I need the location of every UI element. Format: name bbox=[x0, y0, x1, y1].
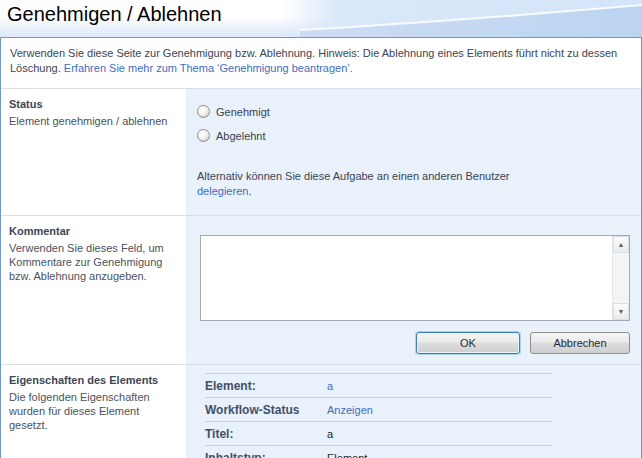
prop-value-titel: a bbox=[327, 428, 333, 440]
scroll-up-icon[interactable]: ▲ bbox=[613, 236, 629, 253]
status-header: Status bbox=[9, 97, 180, 111]
prop-label-inhaltstyp: Inhaltstyp: bbox=[205, 451, 327, 458]
delegate-link[interactable]: delegieren bbox=[197, 185, 248, 197]
properties-section-body: Element: a Workflow-Status Anzeigen Tite… bbox=[186, 365, 641, 458]
radio-button-icon[interactable] bbox=[197, 129, 210, 142]
properties-section-label: Eigenschaften des Elements Die folgenden… bbox=[1, 365, 186, 458]
radio-abgelehnt[interactable]: Abgelehnt bbox=[197, 129, 629, 142]
properties-table: Element: a Workflow-Status Anzeigen Tite… bbox=[205, 373, 552, 458]
textarea-scrollbar[interactable]: ▲ ▼ bbox=[612, 236, 629, 320]
form-container: Verwenden Sie diese Seite zur Genehmigun… bbox=[0, 37, 642, 458]
radio-button-icon[interactable] bbox=[197, 105, 210, 118]
table-row: Titel: a bbox=[205, 421, 552, 445]
status-section: Status Element genehmigen / ablehnen Gen… bbox=[1, 88, 641, 215]
status-section-label: Status Element genehmigen / ablehnen bbox=[1, 89, 186, 215]
prop-label-titel: Titel: bbox=[205, 427, 327, 441]
page-title: Genehmigen / Ablehnen bbox=[7, 3, 222, 26]
title-banner: Genehmigen / Ablehnen bbox=[0, 0, 642, 37]
banner-swoosh-graphic bbox=[282, 0, 642, 37]
delegate-hint-suffix: . bbox=[248, 185, 251, 197]
prop-value-workflow-status-link[interactable]: Anzeigen bbox=[327, 404, 373, 416]
delegate-hint: Alternativ können Sie diese Aufgabe an e… bbox=[197, 169, 527, 199]
radio-abgelehnt-label: Abgelehnt bbox=[216, 130, 266, 142]
kommentar-description: Verwenden Sie dieses Feld, um Kommentare… bbox=[9, 241, 180, 283]
properties-header: Eigenschaften des Elements bbox=[9, 373, 180, 387]
radio-genehmigt-label: Genehmigt bbox=[216, 106, 270, 118]
comment-textarea[interactable] bbox=[201, 236, 612, 320]
status-section-body: Genehmigt Abgelehnt Alternativ können Si… bbox=[186, 89, 641, 215]
button-row: OK Abbrechen bbox=[200, 332, 630, 354]
prop-label-element: Element: bbox=[205, 379, 327, 393]
comment-textarea-frame: ▲ ▼ bbox=[200, 235, 630, 321]
status-description: Element genehmigen / ablehnen bbox=[9, 114, 180, 128]
kommentar-section: Kommentar Verwenden Sie dieses Feld, um … bbox=[1, 215, 641, 364]
ok-button[interactable]: OK bbox=[416, 332, 520, 354]
properties-section: Eigenschaften des Elements Die folgenden… bbox=[1, 364, 641, 458]
prop-label-workflow-status: Workflow-Status bbox=[205, 403, 327, 417]
scroll-down-icon[interactable]: ▼ bbox=[613, 303, 629, 320]
intro-text: Verwenden Sie diese Seite zur Genehmigun… bbox=[1, 38, 641, 88]
prop-value-element-link[interactable]: a bbox=[327, 380, 333, 392]
prop-value-inhaltstyp: Element bbox=[327, 452, 367, 458]
table-row: Workflow-Status Anzeigen bbox=[205, 397, 552, 421]
delegate-hint-text: Alternativ können Sie diese Aufgabe an e… bbox=[197, 170, 510, 182]
table-row: Element: a bbox=[205, 373, 552, 397]
kommentar-section-label: Kommentar Verwenden Sie dieses Feld, um … bbox=[1, 216, 186, 364]
kommentar-section-body: ▲ ▼ OK Abbrechen bbox=[186, 216, 642, 364]
cancel-button[interactable]: Abbrechen bbox=[530, 332, 630, 354]
kommentar-header: Kommentar bbox=[9, 224, 180, 238]
properties-description: Die folgenden Eigenschaften wurden für d… bbox=[9, 390, 180, 432]
intro-help-link[interactable]: Erfahren Sie mehr zum Thema ‘Genehmigung… bbox=[64, 62, 353, 74]
radio-genehmigt[interactable]: Genehmigt bbox=[197, 105, 629, 118]
table-row: Inhaltstyp: Element bbox=[205, 445, 552, 458]
